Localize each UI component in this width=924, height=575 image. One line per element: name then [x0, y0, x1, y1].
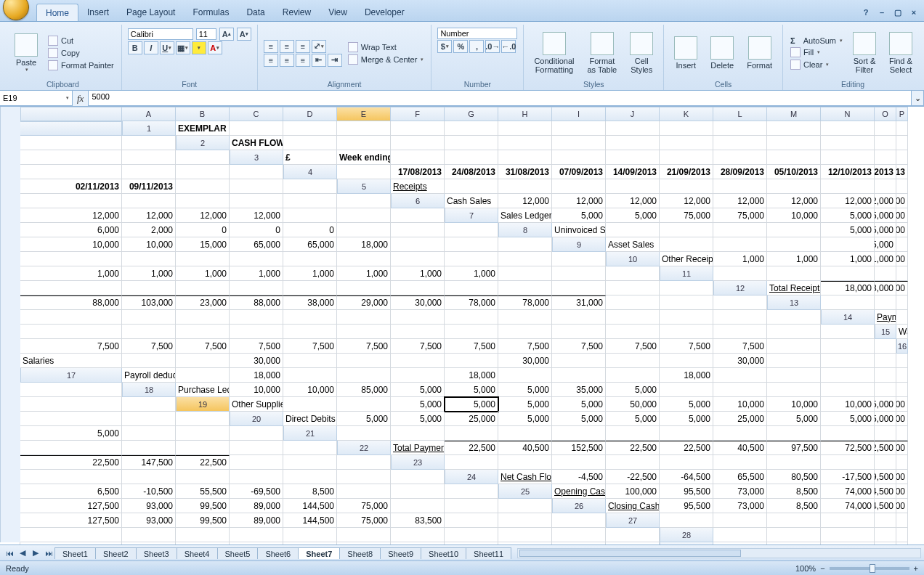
cell[interactable] [767, 325, 821, 339]
cell[interactable] [20, 310, 122, 325]
cell[interactable]: 7,500 [230, 339, 283, 354]
cell[interactable] [498, 252, 552, 266]
restore-icon[interactable]: ▢ [892, 7, 904, 18]
cell[interactable]: Receipts [391, 179, 445, 194]
align-right-button[interactable]: ≡ [296, 54, 310, 67]
cell[interactable] [176, 165, 230, 179]
row-header[interactable]: 3 [230, 150, 283, 165]
cell[interactable]: 95,500 [660, 484, 713, 499]
cell[interactable]: 75,000 [875, 237, 896, 252]
row-header[interactable]: 23 [391, 455, 445, 470]
col-header[interactable]: H [498, 107, 552, 121]
grow-font-button[interactable]: A▴ [219, 28, 234, 41]
cell[interactable] [283, 455, 337, 470]
cell[interactable]: Asset Sales [606, 237, 660, 252]
cell[interactable] [713, 528, 767, 542]
cell[interactable]: 2,000 [122, 223, 176, 237]
ribbon-tab-insert[interactable]: Insert [78, 4, 118, 21]
cell[interactable]: 1,000 [445, 266, 498, 281]
cell[interactable]: -9,500 [875, 470, 896, 484]
cell[interactable]: 65,000 [230, 237, 283, 252]
cell[interactable] [552, 179, 606, 194]
cell[interactable] [498, 310, 552, 325]
number-format-select[interactable] [437, 28, 517, 39]
cell[interactable]: 1,000 [896, 252, 908, 266]
cell[interactable]: 10,000 [20, 237, 122, 252]
cell[interactable]: 35,000 [552, 383, 606, 397]
cell[interactable]: 25,000 [713, 412, 767, 426]
cell[interactable]: Payroll deductions [122, 368, 176, 383]
cell-blank[interactable] [821, 325, 875, 339]
cell[interactable] [498, 150, 552, 165]
cell[interactable] [391, 354, 445, 368]
cell[interactable] [821, 528, 875, 542]
cell[interactable]: Other Suppliers [230, 397, 283, 412]
cell[interactable]: Week ending [337, 150, 391, 165]
cell[interactable]: 99,500 [176, 499, 230, 513]
col-header[interactable]: G [445, 107, 498, 121]
cell[interactable] [283, 194, 337, 208]
bold-button[interactable]: B [128, 41, 142, 54]
cell[interactable] [552, 121, 606, 136]
cell[interactable] [445, 513, 498, 528]
cell[interactable]: 85,000 [875, 397, 896, 412]
cell[interactable] [821, 266, 875, 281]
cell[interactable] [713, 310, 767, 325]
cell[interactable] [122, 528, 176, 542]
cell[interactable] [391, 252, 445, 266]
cell[interactable] [767, 237, 821, 252]
cell[interactable]: 5,000 [552, 412, 606, 426]
cell[interactable] [660, 295, 713, 310]
cell[interactable] [230, 310, 283, 325]
cell[interactable]: -69,500 [230, 484, 283, 499]
sort-filter-button[interactable]: Sort & Filter [848, 30, 880, 76]
cell[interactable]: 26/10/2013 [896, 165, 908, 179]
cell[interactable] [445, 252, 498, 266]
cell[interactable]: 12,000 [875, 194, 896, 208]
cell[interactable] [337, 426, 391, 441]
sheet-tab[interactable]: Sheet4 [177, 547, 218, 559]
cell[interactable] [875, 455, 896, 470]
cell[interactable] [552, 426, 606, 441]
cell[interactable]: 40,500 [713, 441, 767, 455]
cell[interactable] [498, 179, 552, 194]
cell[interactable]: 5,000 [445, 397, 498, 412]
cell[interactable] [122, 470, 176, 484]
cell[interactable] [337, 484, 391, 499]
cell[interactable]: 5,000 [767, 412, 821, 426]
cell[interactable]: -4,500 [552, 470, 606, 484]
cell[interactable]: 0 [283, 223, 337, 237]
cell[interactable] [230, 325, 283, 339]
office-button[interactable] [3, 0, 29, 20]
cell[interactable]: 78,000 [498, 295, 552, 310]
cell[interactable] [122, 412, 176, 426]
cell[interactable] [713, 455, 767, 470]
cell[interactable]: 40,500 [896, 441, 908, 455]
cell[interactable] [606, 281, 660, 295]
cell[interactable]: 74,000 [821, 484, 875, 499]
cell[interactable] [230, 528, 283, 542]
sheet-nav-next[interactable]: ▶ [29, 547, 42, 559]
cell[interactable] [230, 281, 283, 295]
cell[interactable]: 78,000 [445, 295, 498, 310]
cell[interactable]: 103,000 [122, 295, 176, 310]
cell[interactable]: 95,500 [660, 499, 713, 513]
cell[interactable]: 65,500 [713, 470, 767, 484]
cell[interactable]: 18,000 [230, 368, 283, 383]
cell[interactable] [552, 310, 606, 325]
cell[interactable]: Opening Cash [552, 484, 606, 499]
cell[interactable] [122, 165, 176, 179]
cell[interactable] [896, 295, 908, 310]
row-header[interactable]: 8 [498, 223, 552, 237]
align-bottom-button[interactable]: ≡ [296, 40, 310, 53]
cell[interactable] [176, 325, 230, 339]
cell[interactable] [20, 397, 122, 412]
cell[interactable] [176, 426, 230, 441]
ribbon-tab-data[interactable]: Data [238, 4, 273, 21]
cell[interactable]: 05/10/2013 [767, 165, 821, 179]
cell[interactable] [606, 136, 660, 150]
cell-blank[interactable] [176, 150, 230, 165]
ribbon-tab-formulas[interactable]: Formulas [184, 4, 238, 21]
cell[interactable] [283, 470, 337, 484]
increase-decimal-button[interactable]: .0→ [485, 40, 500, 53]
